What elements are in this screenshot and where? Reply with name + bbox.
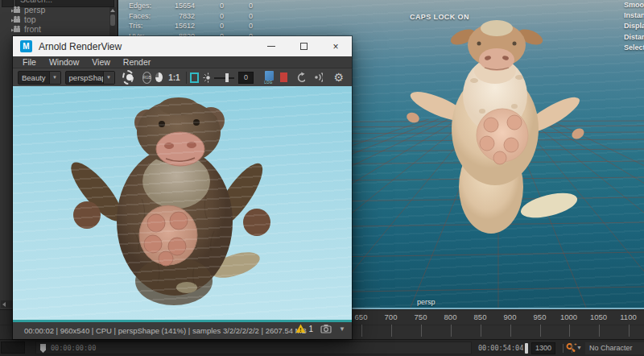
crop-region-icon[interactable] [190,72,199,83]
hud-right-labels: Smooth Instanc Display Distanc Selecte [624,1,644,54]
character-set-selector[interactable]: No Character Set [585,342,644,354]
chevron-down-icon: ▼ [49,72,60,84]
window-title: Arnold RenderView [39,41,255,52]
outliner-item-label: persp [24,5,45,14]
outliner-scrollbar[interactable] [109,7,116,38]
range-slider-bar: 00:00:00:00 00:00:54:04 1300 + ▼ No Char… [0,339,644,356]
camera-icon [11,15,21,23]
render-status-text: 00:00:02 | 960x540 | CPU | perspShape (1… [24,326,307,335]
separator [572,344,572,353]
hud-label: Smooth [624,1,644,11]
scroll-thumb[interactable] [110,14,115,26]
snapshot-camera-icon[interactable] [320,324,332,333]
lut-log-icon[interactable]: LOG [264,71,272,85]
hud-polycount: Edges:1565400 Faces:783200 Tris:1561200 … [129,1,253,41]
separator [563,344,564,353]
zoom-ratio-button[interactable]: 1:1 [167,73,181,82]
start-render-icon[interactable] [122,70,134,85]
chevron-down-icon[interactable]: ▼ [339,325,345,333]
scroll-up-icon[interactable] [110,9,115,12]
range-slider[interactable]: 00:00:00:00 [35,342,472,354]
window-titlebar[interactable]: M Arnold RenderView × [13,36,352,56]
chevron-down-icon[interactable]: ▼ [576,345,582,350]
menu-window[interactable]: Window [43,57,85,67]
exposure-icon [203,72,210,83]
camera-icon [11,25,21,33]
hud-row: Tris:1561200 [129,21,253,31]
outliner-item-top[interactable]: top [11,14,36,24]
minimize-icon [267,46,275,47]
outliner-item-front[interactable]: front [11,24,41,34]
frame-label: 1050 [584,313,613,321]
menu-bar: File Window View Render [13,56,352,68]
render-toolbar: Beauty ▼ perspShape ▼ RGB 1:1 0 LOG [13,68,352,86]
frame-label: 1000 [554,313,584,321]
svg-text:!: ! [299,326,302,333]
anim-start-field[interactable] [1,342,25,354]
aov-value: Beauty [19,73,49,82]
outliner-item-persp[interactable]: persp [11,5,45,14]
maya-app-icon: M [20,40,32,52]
current-timecode: 00:00:00:00 [51,344,96,352]
rgb-channels-icon[interactable]: RGB [142,72,152,84]
hud-label: Instanc [624,11,644,22]
settings-gear-icon[interactable]: ⚙ [333,72,344,83]
chevron-down-icon: ▼ [103,72,114,84]
caps-lock-indicator: CAPS LOCK ON [410,13,469,21]
lut-doc-shape [265,71,274,81]
end-frame-field[interactable]: 1300 [531,342,555,354]
frame-label: 700 [376,313,406,321]
warning-count: 1 [309,325,314,333]
frame-label: 800 [436,313,465,321]
slider-handle[interactable] [225,73,229,82]
exposure-value-field[interactable]: 0 [238,72,254,84]
viewport-camera-label: persp [417,298,436,306]
arnold-renderview-window: M Arnold RenderView × File Window View R… [13,36,352,339]
aov-dropdown[interactable]: Beauty ▼ [18,71,61,85]
camera-icon [11,6,21,14]
range-end-handle[interactable] [525,343,528,354]
ipr-updates-icon[interactable] [314,72,324,83]
warning-icon[interactable]: ! [295,324,306,333]
frame-label: 900 [495,313,525,321]
frame-label: 1100 [613,313,643,321]
menu-view[interactable]: View [85,57,117,67]
menu-file[interactable]: File [16,57,43,67]
slider-track [214,77,234,79]
hud-row: Edges:1565400 [129,1,253,11]
frame-label: 950 [525,313,555,321]
hud-row: Faces:783200 [129,11,253,22]
render-image[interactable] [13,86,352,320]
frame-label: 750 [406,313,436,321]
camera-dropdown[interactable]: perspShape ▼ [65,71,115,85]
sky-streaks [13,86,352,320]
close-button[interactable]: × [320,36,352,56]
outliner-hscrollbar[interactable] [1,300,12,308]
frame-label: 850 [465,313,495,321]
separator [186,72,187,84]
stop-render-icon[interactable] [280,72,287,82]
render-status-bar: 00:00:02 | 960x540 | CPU | perspShape (1… [13,320,352,339]
hud-label: Display [624,22,644,32]
end-timecode: 00:00:54:04 [478,344,523,352]
minimize-button[interactable] [255,36,287,56]
scroll-left-icon[interactable] [2,302,6,307]
maya-application: Edges:1565400 Faces:783200 Tris:1561200 … [0,0,644,356]
render-progress-bar [13,320,352,322]
camera-value: perspShape [66,73,103,82]
hud-label: Selecte [624,43,644,54]
lut-label: LOG [264,81,272,85]
menu-render[interactable]: Render [117,57,157,67]
display-channel-icon[interactable] [155,72,163,82]
maximize-icon [300,43,308,50]
refresh-render-icon[interactable] [296,72,305,84]
playback-marker-icon[interactable] [40,344,46,353]
exposure-slider[interactable] [214,72,234,83]
hud-label: Distanc [624,33,644,43]
outliner-item-label: front [24,24,41,34]
outliner-item-label: top [24,14,36,24]
status-right-cluster: ! 1 ▼ [295,324,345,333]
maximize-button[interactable] [287,36,320,56]
